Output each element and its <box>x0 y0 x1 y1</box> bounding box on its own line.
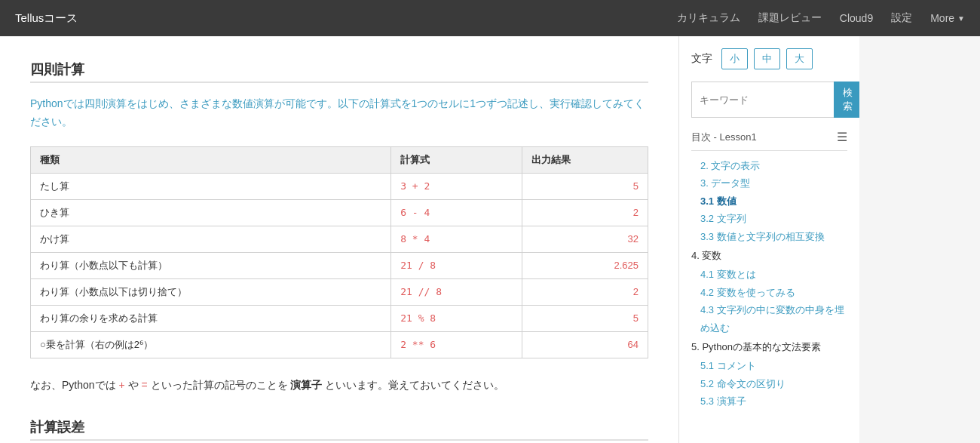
highlight-plus: + <box>118 379 124 391</box>
navbar-links: カリキュラム 課題レビュー Cloud9 設定 More ▼ <box>677 11 965 25</box>
table-row: ○乗を計算（右の例は2⁶）2 ** 664 <box>31 331 648 358</box>
navbar: Tellusコース カリキュラム 課題レビュー Cloud9 設定 More ▼ <box>0 0 980 36</box>
chevron-down-icon: ▼ <box>957 14 965 23</box>
col-header-formula: 計算式 <box>391 146 522 173</box>
toc-item[interactable]: 5.2 命令文の区切り <box>691 375 847 392</box>
nav-link-cloud9[interactable]: Cloud9 <box>840 12 873 24</box>
font-large-button[interactable]: 大 <box>786 48 813 69</box>
cell-type: わり算（小数点以下は切り捨て） <box>31 278 391 305</box>
section1-title: 四則計算 <box>30 60 648 83</box>
cell-type: ○乗を計算（右の例は2⁶） <box>31 331 391 358</box>
table-row: わり算（小数点以下も計算）21 / 82.625 <box>31 252 648 278</box>
toc-item[interactable]: 5.1 コメント <box>691 357 847 374</box>
toc-item[interactable]: 4.2 変数を使ってみる <box>691 284 847 301</box>
toc-item[interactable]: 5. Pythonの基本的な文法要素 <box>691 337 847 357</box>
cell-type: ひき算 <box>31 199 391 226</box>
nav-link-settings[interactable]: 設定 <box>891 11 912 25</box>
section2-title: 計算誤差 <box>30 418 648 441</box>
col-header-result: 出力結果 <box>522 146 648 173</box>
table-row: ひき算6 - 42 <box>31 199 648 226</box>
cell-result: 5 <box>522 305 648 331</box>
font-label: 文字 <box>691 52 712 66</box>
toc-list: 2. 文字の表示3. データ型3.1 数値3.2 文字列3.3 数値と文字列の相… <box>691 157 847 410</box>
search-row: 検索 <box>691 82 847 118</box>
toc-item[interactable]: 3.2 文字列 <box>691 210 847 227</box>
cell-formula: 6 - 4 <box>391 199 522 226</box>
font-small-button[interactable]: 小 <box>721 48 748 69</box>
toc-item[interactable]: 2. 文字の表示 <box>691 157 847 174</box>
toc-header: 目次 - Lesson1 ☰ <box>691 130 847 151</box>
nav-link-review[interactable]: 課題レビュー <box>758 11 822 25</box>
cell-formula: 21 // 8 <box>391 278 522 305</box>
table-row: かけ算8 * 432 <box>31 226 648 252</box>
search-button[interactable]: 検索 <box>834 82 859 118</box>
font-medium-button[interactable]: 中 <box>754 48 780 69</box>
cell-formula: 2 ** 6 <box>391 331 522 358</box>
main-content: 四則計算 Pythonでは四則演算をはじめ、さまざまな数値演算が可能です。以下の… <box>0 36 678 443</box>
table-row: たし算3 + 25 <box>31 173 648 199</box>
cell-type: わり算の余りを求める計算 <box>31 305 391 331</box>
cell-type: かけ算 <box>31 226 391 252</box>
cell-type: わり算（小数点以下も計算） <box>31 252 391 278</box>
navbar-brand: Tellusコース <box>15 11 78 26</box>
cell-result: 32 <box>522 226 648 252</box>
table-row: わり算の余りを求める計算21 % 85 <box>31 305 648 331</box>
toc-item[interactable]: 3.3 数値と文字列の相互変換 <box>691 228 847 245</box>
toc-title: 目次 - Lesson1 <box>691 131 757 144</box>
calculation-table: 種類 計算式 出力結果 たし算3 + 25ひき算6 - 42かけ算8 * 432… <box>30 146 648 358</box>
nav-more-dropdown[interactable]: More ▼ <box>930 12 965 24</box>
nav-more-label: More <box>930 12 954 24</box>
nav-link-curriculum[interactable]: カリキュラム <box>677 11 740 25</box>
cell-type: たし算 <box>31 173 391 199</box>
col-header-type: 種類 <box>31 146 391 173</box>
cell-result: 2 <box>522 278 648 305</box>
toc-item[interactable]: 4.3 文字列の中に変数の中身を埋め込む <box>691 301 847 337</box>
cell-formula: 21 / 8 <box>391 252 522 278</box>
sidebar: 文字 小 中 大 検索 目次 - Lesson1 ☰ 2. 文字の表示3. デー… <box>678 36 859 443</box>
toc-item[interactable]: 4.1 変数とは <box>691 266 847 283</box>
menu-icon[interactable]: ☰ <box>837 130 847 144</box>
search-input[interactable] <box>691 82 834 118</box>
cell-result: 64 <box>522 331 648 358</box>
font-size-controls: 文字 小 中 大 <box>691 48 847 69</box>
cell-formula: 8 * 4 <box>391 226 522 252</box>
table-row: わり算（小数点以下は切り捨て）21 // 82 <box>31 278 648 305</box>
bold-operator: 演算子 <box>290 379 322 391</box>
cell-result: 2.625 <box>522 252 648 278</box>
toc-item[interactable]: 3.1 数値 <box>691 192 847 210</box>
cell-result: 5 <box>522 173 648 199</box>
note-text: なお、Pythonでは + や = といった計算の記号のことを 演算子 といいま… <box>30 377 648 395</box>
page-container: 四則計算 Pythonでは四則演算をはじめ、さまざまな数値演算が可能です。以下の… <box>0 36 980 443</box>
cell-result: 2 <box>522 199 648 226</box>
highlight-equals: = <box>141 379 147 391</box>
intro-text: Pythonでは四則演算をはじめ、さまざまな数値演算が可能です。以下の計算式を1… <box>30 95 648 131</box>
toc-item[interactable]: 4. 変数 <box>691 245 847 266</box>
cell-formula: 3 + 2 <box>391 173 522 199</box>
cell-formula: 21 % 8 <box>391 305 522 331</box>
toc-item[interactable]: 5.3 演算子 <box>691 392 847 410</box>
toc-item[interactable]: 3. データ型 <box>691 174 847 192</box>
